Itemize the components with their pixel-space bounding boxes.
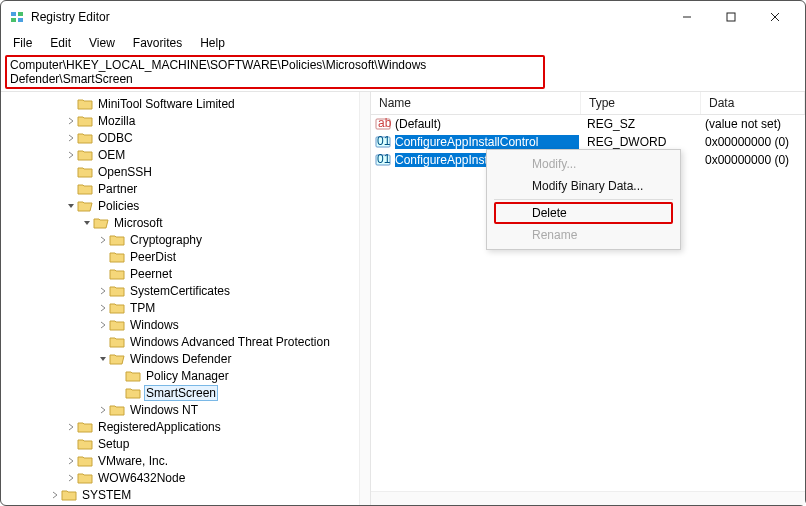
ctx-rename[interactable]: Rename bbox=[490, 224, 677, 246]
tree-node[interactable]: Policies bbox=[1, 197, 370, 214]
col-header-type[interactable]: Type bbox=[581, 92, 701, 114]
address-bar[interactable]: Computer\HKEY_LOCAL_MACHINE\SOFTWARE\Pol… bbox=[5, 55, 545, 89]
tree-node[interactable]: VMware, Inc. bbox=[1, 452, 370, 469]
tree-expander-icon[interactable] bbox=[65, 117, 77, 125]
menu-file[interactable]: File bbox=[5, 34, 40, 52]
folder-icon bbox=[77, 148, 93, 162]
tree-expander-icon[interactable] bbox=[65, 474, 77, 482]
tree-node[interactable]: PeerDist bbox=[1, 248, 370, 265]
folder-icon bbox=[109, 284, 125, 298]
horizontal-scrollbar[interactable] bbox=[371, 491, 805, 505]
value-data: 0x00000000 (0) bbox=[699, 135, 805, 149]
app-icon bbox=[9, 9, 25, 25]
tree-node[interactable]: Peernet bbox=[1, 265, 370, 282]
folder-icon bbox=[77, 165, 93, 179]
tree-node-label: Windows NT bbox=[128, 403, 200, 417]
tree-expander-icon[interactable] bbox=[65, 457, 77, 465]
folder-icon bbox=[109, 318, 125, 332]
tree-expander-icon[interactable] bbox=[49, 491, 61, 499]
tree-expander-icon[interactable] bbox=[65, 151, 77, 159]
tree-node[interactable]: ODBC bbox=[1, 129, 370, 146]
tree-node-label: VMware, Inc. bbox=[96, 454, 170, 468]
tree-expander-icon[interactable] bbox=[97, 304, 109, 312]
tree-expander-icon[interactable] bbox=[97, 236, 109, 244]
tree-node[interactable]: Setup bbox=[1, 435, 370, 452]
tree-node[interactable]: OpenSSH bbox=[1, 163, 370, 180]
tree-expander-icon[interactable] bbox=[97, 321, 109, 329]
value-icon: ab bbox=[375, 117, 391, 131]
menu-favorites[interactable]: Favorites bbox=[125, 34, 190, 52]
tree-expander-icon[interactable] bbox=[81, 219, 93, 227]
tree-node[interactable]: Partner bbox=[1, 180, 370, 197]
tree-node-label: Policy Manager bbox=[144, 369, 231, 383]
tree-node-label: MiniTool Software Limited bbox=[96, 97, 237, 111]
tree-node[interactable]: TPM bbox=[1, 299, 370, 316]
value-type: REG_DWORD bbox=[579, 135, 699, 149]
menu-view[interactable]: View bbox=[81, 34, 123, 52]
folder-icon bbox=[77, 131, 93, 145]
tree-node[interactable]: Windows bbox=[1, 316, 370, 333]
window-title: Registry Editor bbox=[31, 10, 110, 24]
ctx-modify[interactable]: Modify... bbox=[490, 153, 677, 175]
ctx-delete[interactable]: Delete bbox=[494, 202, 673, 224]
col-header-name[interactable]: Name bbox=[371, 92, 581, 114]
tree-expander-icon[interactable] bbox=[65, 423, 77, 431]
tree-expander-icon[interactable] bbox=[65, 134, 77, 142]
tree-node[interactable]: SystemCertificates bbox=[1, 282, 370, 299]
svg-rect-2 bbox=[11, 18, 16, 22]
tree-node[interactable]: WOW6432Node bbox=[1, 469, 370, 486]
folder-icon bbox=[125, 369, 141, 383]
value-type: REG_SZ bbox=[579, 117, 699, 131]
tree-node[interactable]: Windows Defender bbox=[1, 350, 370, 367]
tree-pane[interactable]: MiniTool Software LimitedMozillaODBCOEMO… bbox=[1, 92, 371, 505]
value-name: ConfigureAppInstallControl bbox=[395, 135, 579, 149]
tree-node[interactable]: OEM bbox=[1, 146, 370, 163]
tree-node[interactable]: Mozilla bbox=[1, 112, 370, 129]
tree-node-label: ODBC bbox=[96, 131, 135, 145]
col-header-data[interactable]: Data bbox=[701, 92, 805, 114]
folder-icon bbox=[109, 335, 125, 349]
tree-node-label: SystemCertificates bbox=[128, 284, 232, 298]
folder-icon bbox=[77, 199, 93, 213]
tree-expander-icon[interactable] bbox=[97, 287, 109, 295]
menu-help[interactable]: Help bbox=[192, 34, 233, 52]
tree-node[interactable]: Windows NT bbox=[1, 401, 370, 418]
titlebar[interactable]: Registry Editor bbox=[1, 1, 805, 33]
tree-node[interactable]: Windows Advanced Threat Protection bbox=[1, 333, 370, 350]
tree-node[interactable]: MiniTool Software Limited bbox=[1, 95, 370, 112]
menu-edit[interactable]: Edit bbox=[42, 34, 79, 52]
value-data: (value not set) bbox=[699, 117, 805, 131]
minimize-button[interactable] bbox=[665, 2, 709, 32]
address-bar-row: Computer\HKEY_LOCAL_MACHINE\SOFTWARE\Pol… bbox=[1, 53, 805, 91]
maximize-button[interactable] bbox=[709, 2, 753, 32]
svg-text:011: 011 bbox=[377, 135, 391, 148]
value-icon: 011 bbox=[375, 135, 391, 149]
tree-node[interactable]: Policy Manager bbox=[1, 367, 370, 384]
folder-icon bbox=[77, 454, 93, 468]
tree-expander-icon[interactable] bbox=[97, 406, 109, 414]
tree-expander-icon[interactable] bbox=[97, 355, 109, 363]
value-row[interactable]: ab(Default)REG_SZ(value not set) bbox=[371, 115, 805, 133]
tree-node-label: Windows Advanced Threat Protection bbox=[128, 335, 332, 349]
folder-icon bbox=[109, 403, 125, 417]
tree-node-label: Cryptography bbox=[128, 233, 204, 247]
tree-node[interactable]: SYSTEM bbox=[1, 486, 370, 503]
svg-text:011: 011 bbox=[377, 153, 391, 166]
close-button[interactable] bbox=[753, 2, 797, 32]
tree-node-label: Partner bbox=[96, 182, 139, 196]
tree-node[interactable]: Cryptography bbox=[1, 231, 370, 248]
tree-node-label: SYSTEM bbox=[80, 488, 133, 502]
content: MiniTool Software LimitedMozillaODBCOEMO… bbox=[1, 91, 805, 505]
folder-icon bbox=[93, 216, 109, 230]
tree-expander-icon[interactable] bbox=[65, 202, 77, 210]
folder-icon bbox=[109, 352, 125, 366]
tree-node-label: OpenSSH bbox=[96, 165, 154, 179]
folder-icon bbox=[109, 233, 125, 247]
tree-node[interactable]: SmartScreen bbox=[1, 384, 370, 401]
svg-rect-5 bbox=[727, 13, 735, 21]
tree-node[interactable]: Microsoft bbox=[1, 214, 370, 231]
context-menu: Modify... Modify Binary Data... Delete R… bbox=[486, 149, 681, 250]
tree-node-label: TPM bbox=[128, 301, 157, 315]
ctx-modify-binary[interactable]: Modify Binary Data... bbox=[490, 175, 677, 197]
tree-node[interactable]: RegisteredApplications bbox=[1, 418, 370, 435]
